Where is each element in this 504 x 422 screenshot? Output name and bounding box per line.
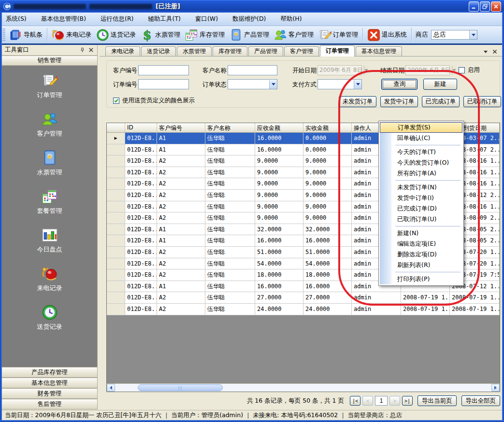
- context-menu-item[interactable]: 今天的发货订单(O): [380, 157, 462, 168]
- scroll-left-arrow[interactable]: [107, 384, 115, 392]
- start-date-arrow[interactable]: [364, 66, 368, 75]
- row-selector-cell[interactable]: [107, 155, 125, 167]
- context-menu-item[interactable]: 打印列表(P): [380, 274, 462, 284]
- start-date-picker[interactable]: 2009年 6月 8日: [317, 65, 362, 75]
- context-menu-item[interactable]: 订单发货(S): [380, 122, 462, 133]
- customer-no-input[interactable]: [138, 65, 189, 75]
- sidebar-group-button[interactable]: 售后管理: [2, 399, 97, 409]
- row-selector-cell[interactable]: [107, 258, 125, 270]
- tab[interactable]: 客户管理: [284, 46, 319, 56]
- menubar-item[interactable]: 基本信息管理(B): [40, 14, 87, 24]
- minimize-button[interactable]: [469, 1, 479, 12]
- context-menu-item[interactable]: 发货中订单(I): [380, 193, 462, 203]
- tab[interactable]: 库存管理: [213, 46, 247, 56]
- toolbar-button[interactable]: 来电记录: [49, 28, 94, 42]
- exit-system-button[interactable]: 退出系统: [365, 28, 409, 42]
- row-selector-cell[interactable]: [107, 167, 125, 179]
- tab-list-dropdown-icon[interactable]: [484, 51, 488, 53]
- context-menu-item[interactable]: 已取消订单(U): [380, 214, 462, 225]
- toolbar-button[interactable]: $ 水票管理: [138, 28, 183, 42]
- page-number-input[interactable]: [375, 396, 388, 406]
- menubar-item[interactable]: 运行信息(R): [100, 14, 134, 24]
- tab[interactable]: 订单管理: [320, 45, 355, 56]
- row-selector-cell[interactable]: [107, 247, 125, 258]
- row-selector-cell[interactable]: [107, 235, 125, 247]
- last-page-button[interactable]: >|: [402, 396, 413, 406]
- menubar-item[interactable]: 数据维护(D): [231, 14, 267, 24]
- tab[interactable]: 送货记录: [141, 46, 176, 56]
- order-status-arrow[interactable]: [269, 80, 277, 89]
- export-current-page-button[interactable]: 导出当前页: [418, 395, 457, 406]
- row-selector-cell[interactable]: [107, 190, 125, 201]
- context-menu-item[interactable]: 今天的订单(T): [380, 147, 462, 157]
- customer-name-input[interactable]: [228, 65, 277, 75]
- row-selector-cell[interactable]: [107, 304, 125, 315]
- status-filter-button[interactable]: 发货中订单: [380, 96, 418, 107]
- shop-combobox-arrow[interactable]: [469, 30, 477, 39]
- pay-method-arrow[interactable]: [354, 80, 361, 89]
- export-all-pages-button[interactable]: 导出全部页: [461, 395, 501, 406]
- sidebar-group-button[interactable]: 财务管理: [2, 388, 97, 399]
- row-selector-cell[interactable]: [107, 292, 125, 304]
- pay-method-combobox[interactable]: [317, 79, 362, 89]
- tab-close-icon[interactable]: [492, 49, 497, 54]
- horizontal-scrollbar[interactable]: [107, 383, 500, 392]
- new-button[interactable]: 新建: [423, 79, 457, 90]
- toolbar-button[interactable]: 订单管理: [316, 28, 360, 42]
- tab[interactable]: 产品管理: [248, 46, 283, 56]
- status-filter-button[interactable]: 已取消订单: [463, 96, 501, 107]
- tab[interactable]: 来电记录: [105, 46, 140, 56]
- menubar-item[interactable]: 帮助(H): [279, 14, 302, 24]
- enable-checkbox[interactable]: [459, 67, 465, 73]
- context-menu-item[interactable]: 所有的订单(A): [380, 168, 462, 179]
- menubar-item[interactable]: 辅助工具(T): [147, 14, 182, 24]
- header-received[interactable]: 实收金额: [303, 123, 352, 133]
- menubar-item[interactable]: 窗口(W): [194, 14, 219, 24]
- sidebar-item[interactable]: 订单管理: [37, 72, 62, 99]
- sidebar-item[interactable]: 客户管理: [37, 111, 62, 138]
- toolbar-button[interactable]: 产品管理: [227, 28, 272, 42]
- context-menu-item[interactable]: 删除选定项(D): [380, 249, 462, 260]
- sidebar-group-button[interactable]: 产品库存管理: [2, 367, 97, 378]
- sidebar-group-sales[interactable]: 销售管理: [2, 56, 97, 66]
- row-selector-cell[interactable]: [107, 144, 125, 156]
- prev-page-button[interactable]: <: [362, 396, 373, 406]
- row-selector-cell[interactable]: [107, 281, 125, 293]
- status-filter-button[interactable]: 已完成订单: [422, 96, 460, 107]
- row-selector-cell[interactable]: [107, 269, 125, 281]
- row-selector-cell[interactable]: [107, 201, 125, 213]
- row-selector-cell[interactable]: [107, 178, 125, 190]
- sidebar-item[interactable]: 送货记录: [37, 304, 62, 331]
- order-status-combobox[interactable]: [228, 79, 277, 89]
- tab[interactable]: 水票管理: [177, 46, 212, 56]
- context-menu-item[interactable]: 新建(N): [380, 228, 462, 239]
- sidebar-item[interactable]: 来电记录: [37, 266, 62, 293]
- menubar-item[interactable]: 系统(S): [5, 14, 28, 24]
- row-selector-cell[interactable]: [107, 224, 125, 236]
- header-receivable[interactable]: 应收金额: [255, 123, 303, 133]
- table-row[interactable]: 012D-E8... A2 伍华聪 24.0000 24.0000 admin …: [107, 304, 500, 315]
- sidebar-item[interactable]: 今日盘点: [37, 227, 62, 254]
- sidebar-item[interactable]: 水票管理: [37, 150, 62, 177]
- nav-bar-button[interactable]: 导航条: [7, 28, 45, 42]
- context-menu-item[interactable]: 未发货订单(N): [380, 182, 462, 193]
- next-page-button[interactable]: >: [389, 396, 400, 406]
- query-button[interactable]: 查询: [381, 79, 418, 90]
- context-menu-item[interactable]: 回单确认(C): [380, 133, 462, 143]
- shop-combobox[interactable]: 总店: [431, 30, 477, 40]
- end-date-picker[interactable]: 2009年 6月 8日: [405, 65, 450, 75]
- tab[interactable]: 基本信息管理: [356, 46, 402, 56]
- row-selector-cell[interactable]: [107, 212, 125, 224]
- context-menu-item[interactable]: 已完成订单(D): [380, 203, 462, 214]
- header-customer-name[interactable]: 客户名称: [205, 123, 255, 133]
- sidebar-close-icon[interactable]: [87, 47, 94, 54]
- scrollbar-thumb[interactable]: [138, 384, 223, 391]
- toolbar-button[interactable]: 送货记录: [94, 28, 138, 42]
- sidebar-item[interactable]: 套餐管理: [37, 188, 62, 215]
- restore-button[interactable]: [480, 1, 490, 12]
- header-id[interactable]: ID: [125, 123, 157, 133]
- end-date-arrow[interactable]: [452, 66, 456, 75]
- pin-icon[interactable]: [79, 47, 86, 54]
- context-menu-item[interactable]: 刷新列表(R): [380, 260, 462, 270]
- toolbar-button[interactable]: 库存管理: [183, 28, 227, 42]
